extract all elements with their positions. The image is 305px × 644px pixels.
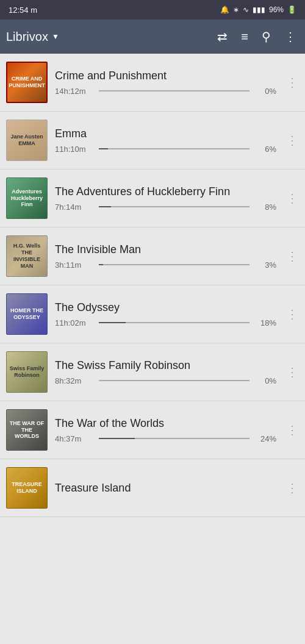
book-meta: 14h:12m0% — [55, 87, 276, 96]
progress-bar — [99, 380, 249, 381]
app-bar: Librivox ▼ ⇄ ≡ ⚲ ⋮ — [0, 20, 305, 54]
book-list: CRIME AND PUNISHMENTCrime and Punishment… — [0, 54, 305, 517]
book-cover-inner: THE WAR OF THE WORLDS — [7, 410, 47, 450]
book-cover-emma: Jane Austen EMMA — [6, 120, 48, 161]
progress-bar — [99, 206, 249, 207]
book-percent: 3% — [256, 260, 276, 270]
book-cover-the-invisible-man: H.G. Wells THE INVISIBLE MAN — [6, 235, 48, 277]
list-item[interactable]: TREASURE ISLANDTreasure Island⋮ — [0, 459, 305, 517]
progress-bar — [99, 148, 249, 149]
progress-bar-fill — [99, 322, 126, 323]
book-info: The Odyssey11h:02m18% — [55, 301, 276, 327]
status-icons: 🔔 ∗ ∿ ▮▮▮ 96% 🔋 — [220, 5, 296, 14]
book-more-button[interactable]: ⋮ — [284, 248, 300, 265]
book-more-button[interactable]: ⋮ — [284, 190, 300, 207]
book-duration: 11h:02m — [55, 318, 93, 327]
progress-bar — [99, 438, 249, 439]
book-info: Treasure Island — [55, 481, 276, 495]
progress-bar-fill — [99, 206, 111, 207]
book-title: Crime and Punishment — [55, 69, 276, 83]
book-title: The Adventures of Huckleberry Finn — [55, 185, 276, 199]
book-more-button[interactable]: ⋮ — [284, 363, 300, 381]
book-percent: 0% — [256, 376, 276, 385]
signal-icon: ▮▮▮ — [253, 5, 265, 14]
book-info: The Swiss Family Robinson8h:32m0% — [55, 359, 276, 385]
book-meta: 7h:14m8% — [55, 202, 276, 212]
book-cover-the-odyssey: HOMER THE ODYSSEY — [6, 293, 48, 335]
book-info: Emma11h:10m6% — [55, 127, 276, 154]
status-bar: 12:54 m 🔔 ∗ ∿ ▮▮▮ 96% 🔋 — [0, 0, 305, 20]
book-percent: 0% — [256, 87, 276, 96]
book-cover-treasure-island: TREASURE ISLAND — [6, 467, 48, 509]
book-title: The War of the Worlds — [55, 417, 276, 431]
book-duration: 4h:37m — [55, 434, 93, 443]
book-duration: 7h:14m — [55, 202, 93, 212]
book-percent: 8% — [256, 202, 276, 212]
app-title-group[interactable]: Librivox ▼ — [6, 30, 215, 44]
book-cover-war-of-the-worlds: THE WAR OF THE WORLDS — [6, 409, 48, 451]
book-cover-inner: HOMER THE ODYSSEY — [7, 294, 47, 334]
book-duration: 14h:12m — [55, 87, 93, 96]
list-item[interactable]: Jane Austen EMMAEmma11h:10m6%⋮ — [0, 112, 305, 170]
app-title: Librivox — [6, 30, 48, 44]
app-bar-actions: ⇄ ≡ ⚲ ⋮ — [215, 27, 299, 46]
list-item[interactable]: Swiss Family RobinsonThe Swiss Family Ro… — [0, 343, 305, 401]
book-cover-inner: Swiss Family Robinson — [7, 352, 47, 392]
list-item[interactable]: Adventures Huckleberry FinnThe Adventure… — [0, 170, 305, 227]
book-meta: 8h:32m0% — [55, 376, 276, 385]
book-more-button[interactable]: ⋮ — [284, 132, 300, 149]
book-title: The Invisible Man — [55, 243, 276, 257]
alarm-icon: 🔔 — [220, 5, 229, 14]
status-time: 12:54 m — [9, 5, 37, 15]
battery-percent: 96% — [269, 5, 284, 14]
book-info: The Adventures of Huckleberry Finn7h:14m… — [55, 185, 276, 212]
progress-bar — [99, 90, 249, 91]
wifi-icon: ∿ — [243, 5, 249, 14]
filter-icon[interactable]: ≡ — [239, 27, 251, 46]
book-cover-inner: TREASURE ISLAND — [7, 468, 47, 508]
book-cover-inner: Adventures Huckleberry Finn — [7, 178, 47, 218]
list-item[interactable]: HOMER THE ODYSSEYThe Odyssey11h:02m18%⋮ — [0, 285, 305, 343]
progress-bar-fill — [99, 148, 108, 149]
book-cover-swiss-family-robinson: Swiss Family Robinson — [6, 351, 48, 393]
list-item[interactable]: H.G. Wells THE INVISIBLE MANThe Invisibl… — [0, 227, 305, 285]
bluetooth-icon: ∗ — [233, 5, 239, 14]
title-dropdown-arrow[interactable]: ▼ — [52, 32, 59, 41]
book-cover-inner: Jane Austen EMMA — [7, 120, 47, 160]
book-cover-adventures-huckleberry-finn: Adventures Huckleberry Finn — [6, 177, 48, 219]
list-item[interactable]: CRIME AND PUNISHMENTCrime and Punishment… — [0, 54, 305, 112]
progress-bar-fill — [99, 264, 103, 265]
book-meta: 11h:02m18% — [55, 318, 276, 327]
battery-icon: 🔋 — [287, 5, 296, 14]
book-cover-crime-and-punishment: CRIME AND PUNISHMENT — [6, 62, 48, 103]
book-more-button[interactable]: ⋮ — [284, 306, 300, 323]
book-meta: 4h:37m24% — [55, 434, 276, 443]
book-info: The Invisible Man3h:11m3% — [55, 243, 276, 270]
book-cover-inner: H.G. Wells THE INVISIBLE MAN — [7, 236, 47, 276]
progress-bar-fill — [99, 438, 135, 439]
book-duration: 8h:32m — [55, 376, 93, 385]
book-info: The War of the Worlds4h:37m24% — [55, 417, 276, 443]
book-meta: 11h:10m6% — [55, 145, 276, 154]
sort-lines-icon[interactable]: ⇄ — [215, 27, 230, 46]
search-icon[interactable]: ⚲ — [259, 27, 273, 46]
book-cover-inner: CRIME AND PUNISHMENT — [7, 63, 46, 102]
list-item[interactable]: THE WAR OF THE WORLDSThe War of the Worl… — [0, 401, 305, 459]
book-more-button[interactable]: ⋮ — [284, 479, 300, 496]
book-title: The Swiss Family Robinson — [55, 359, 276, 373]
book-more-button[interactable]: ⋮ — [284, 421, 300, 438]
book-duration: 11h:10m — [55, 145, 93, 154]
progress-bar — [99, 322, 249, 323]
book-meta: 3h:11m3% — [55, 260, 276, 270]
progress-bar — [99, 264, 249, 265]
book-duration: 3h:11m — [55, 260, 93, 270]
book-info: Crime and Punishment14h:12m0% — [55, 69, 276, 96]
book-percent: 18% — [256, 318, 276, 327]
more-vert-icon[interactable]: ⋮ — [282, 27, 299, 46]
book-title: The Odyssey — [55, 301, 276, 315]
book-title: Treasure Island — [55, 481, 276, 495]
book-more-button[interactable]: ⋮ — [284, 74, 300, 91]
book-percent: 6% — [256, 145, 276, 154]
book-title: Emma — [55, 127, 276, 141]
book-percent: 24% — [256, 434, 276, 443]
